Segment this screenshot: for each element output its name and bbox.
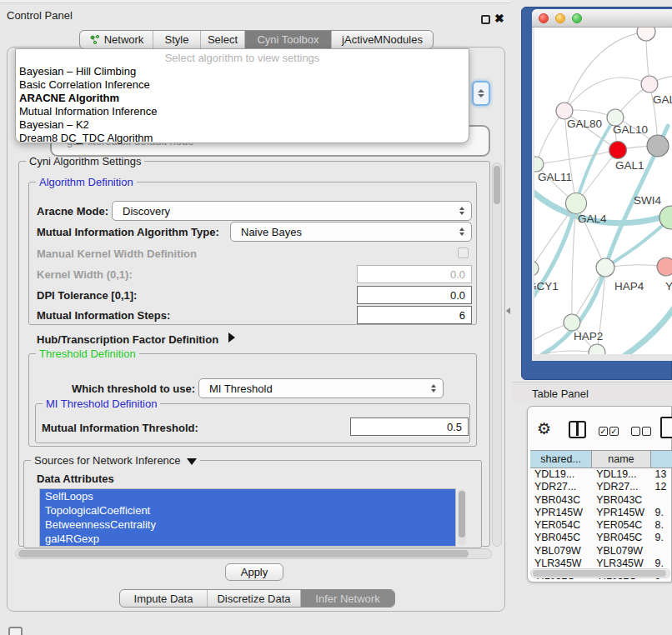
tab-discretize-data[interactable]: Discretize Data bbox=[208, 590, 301, 607]
horizontal-scrollbar-thumb[interactable] bbox=[18, 550, 469, 558]
algorithm-option[interactable]: Basic Correlation Inference bbox=[16, 78, 469, 92]
cell: YDL19... bbox=[530, 468, 592, 481]
algorithm-option[interactable]: Bayesian – Hill Climbing bbox=[16, 65, 469, 78]
checked-checkbox-icon[interactable]: ✓ bbox=[609, 427, 619, 436]
expand-right-icon[interactable] bbox=[228, 332, 235, 342]
minimize-traffic-light-icon[interactable] bbox=[555, 13, 565, 23]
mi-steps-field[interactable]: 6 bbox=[357, 306, 472, 324]
cell: YDR27... bbox=[530, 481, 592, 493]
tab-select[interactable]: Select bbox=[201, 31, 245, 48]
node-gcy1[interactable] bbox=[534, 261, 539, 276]
settings-vertical-scrollbar[interactable] bbox=[492, 162, 502, 547]
checked-checkbox-icon[interactable]: ✓ bbox=[599, 427, 608, 436]
node-hap2[interactable] bbox=[564, 314, 580, 331]
mi-steps-value: 6 bbox=[459, 309, 471, 322]
gear-icon[interactable]: ⚙ bbox=[537, 419, 551, 438]
cell: YBR043C bbox=[530, 494, 592, 507]
table-row[interactable]: YDL19...YDL19...13 bbox=[530, 468, 672, 481]
float-window-icon[interactable] bbox=[481, 15, 490, 24]
unchecked-checkbox-icon[interactable] bbox=[631, 427, 640, 436]
algorithm-dropdown-popup: Select algorithm to view settings Bayesi… bbox=[15, 48, 469, 143]
node-gal4[interactable] bbox=[566, 193, 587, 214]
node-gal80[interactable] bbox=[556, 102, 573, 119]
mi-algorithm-type-combobox[interactable]: Naive Bayes bbox=[230, 222, 472, 242]
table-horizontal-scrollbar[interactable] bbox=[530, 568, 670, 578]
close-traffic-light-icon[interactable] bbox=[539, 13, 549, 23]
which-threshold-combobox[interactable]: MI Threshold bbox=[198, 378, 444, 398]
manual-kernel-checkbox[interactable] bbox=[458, 248, 469, 258]
table-row[interactable]: YDR27...YDR27...12 bbox=[530, 481, 672, 493]
attributes-scrollbar-thumb[interactable] bbox=[459, 491, 465, 538]
tab-network[interactable]: Network bbox=[80, 31, 153, 48]
cell: 9. bbox=[651, 532, 672, 544]
data-attributes-list[interactable]: SelfLoops TopologicalCoefficient Between… bbox=[39, 488, 456, 547]
columns-icon[interactable] bbox=[569, 421, 586, 438]
node-gal2[interactable] bbox=[641, 76, 658, 92]
table-row[interactable]: YPR145WYPR145W9. bbox=[530, 507, 672, 519]
cell bbox=[651, 494, 672, 507]
algorithm-option[interactable]: Mutual Information Inference bbox=[16, 105, 469, 118]
table-row[interactable]: YBR045CYBR045C9. bbox=[530, 532, 672, 544]
table-row[interactable]: YBR043CYBR043C bbox=[530, 494, 672, 507]
kernel-width-field[interactable]: 0.0 bbox=[357, 265, 472, 283]
network-window-titlebar[interactable] bbox=[532, 9, 672, 28]
aracne-mode-combobox[interactable]: Discovery bbox=[112, 201, 472, 221]
algorithm-option[interactable]: Dream8 DC_TDC Algorithm bbox=[16, 132, 469, 145]
collapse-down-icon[interactable] bbox=[187, 458, 197, 465]
table-scrollbar-thumb[interactable] bbox=[533, 570, 666, 577]
mi-threshold-field[interactable]: 0.5 bbox=[350, 418, 469, 436]
split-pane-collapse-icon[interactable] bbox=[506, 308, 510, 314]
which-threshold-value: MI Threshold bbox=[199, 382, 273, 395]
cell: YBR045C bbox=[530, 532, 592, 544]
settings-horizontal-scrollbar[interactable] bbox=[15, 548, 492, 559]
tab-jactivemnodules[interactable]: jActiveMNodules bbox=[332, 31, 433, 48]
node-gal1-selected[interactable] bbox=[609, 142, 627, 159]
which-threshold-label: Which threshold to use: bbox=[72, 382, 195, 395]
node-y[interactable] bbox=[657, 258, 672, 276]
tab-jactivemnodules-label: jActiveMNodules bbox=[342, 33, 423, 46]
tab-select-label: Select bbox=[208, 33, 238, 46]
network-canvas[interactable]: GAL2 GAL80 GAL10 GAL1 GAL11 GAL4 SWI4 HA… bbox=[534, 28, 672, 354]
combobox-spinner-button[interactable] bbox=[472, 81, 490, 106]
cell: YBR045C bbox=[592, 532, 650, 544]
attributes-vertical-scrollbar[interactable] bbox=[458, 489, 466, 546]
control-panel-titlebar: Control Panel ✖ bbox=[0, 4, 510, 26]
node[interactable] bbox=[589, 344, 605, 354]
apply-button[interactable]: Apply bbox=[225, 563, 283, 581]
edge bbox=[624, 302, 672, 354]
document-icon[interactable] bbox=[660, 417, 672, 438]
node[interactable] bbox=[637, 28, 655, 41]
attribute-item[interactable]: TopologicalCoefficient bbox=[40, 503, 455, 518]
table-row[interactable]: YER054CYER054C8. bbox=[530, 519, 672, 532]
zoom-traffic-light-icon[interactable] bbox=[572, 13, 582, 23]
attribute-item[interactable]: BetweennessCentrality bbox=[40, 518, 455, 532]
spinner-arrows-icon bbox=[459, 222, 464, 241]
algorithm-option[interactable]: Bayesian – K2 bbox=[16, 118, 469, 132]
corner-panel-icon[interactable] bbox=[8, 627, 23, 635]
tab-infer-network[interactable]: Infer Network bbox=[301, 590, 394, 607]
cell: 9. bbox=[651, 507, 672, 519]
tab-cyni-toolbox[interactable]: Cyni Toolbox bbox=[245, 31, 332, 48]
node-hap4[interactable] bbox=[596, 258, 614, 277]
edge bbox=[536, 111, 564, 164]
cell: YDR27... bbox=[592, 481, 650, 493]
attribute-item[interactable]: SelfLoops bbox=[40, 489, 455, 503]
column-header-partial[interactable] bbox=[651, 451, 672, 468]
attribute-item[interactable]: gal4RGexp bbox=[40, 532, 455, 546]
hub-tf-definition-label[interactable]: Hub/Transcription Factor Definition bbox=[37, 333, 218, 346]
column-header-shared[interactable]: shared... bbox=[530, 451, 592, 468]
settings-scrollbar-thumb[interactable] bbox=[494, 166, 500, 204]
column-header-name[interactable]: name bbox=[592, 451, 650, 468]
close-icon[interactable]: ✖ bbox=[494, 12, 504, 25]
algorithm-option-selected[interactable]: ARACNE Algorithm bbox=[16, 92, 469, 105]
dpi-tolerance-field[interactable]: 0.0 bbox=[357, 286, 472, 304]
cell: YBL079W bbox=[592, 545, 650, 558]
table-toolbar: ⚙ ✓ ✓ bbox=[527, 412, 672, 446]
node-gray[interactable] bbox=[647, 135, 669, 157]
sources-group-title[interactable]: Sources for Network Inference bbox=[31, 454, 200, 467]
table-row[interactable]: YBL079WYBL079W bbox=[530, 545, 672, 558]
node-gal11[interactable] bbox=[534, 157, 544, 172]
tab-style[interactable]: Style bbox=[153, 31, 201, 48]
tab-impute-data[interactable]: Impute Data bbox=[120, 590, 208, 607]
unchecked-checkbox-icon[interactable] bbox=[642, 427, 651, 436]
